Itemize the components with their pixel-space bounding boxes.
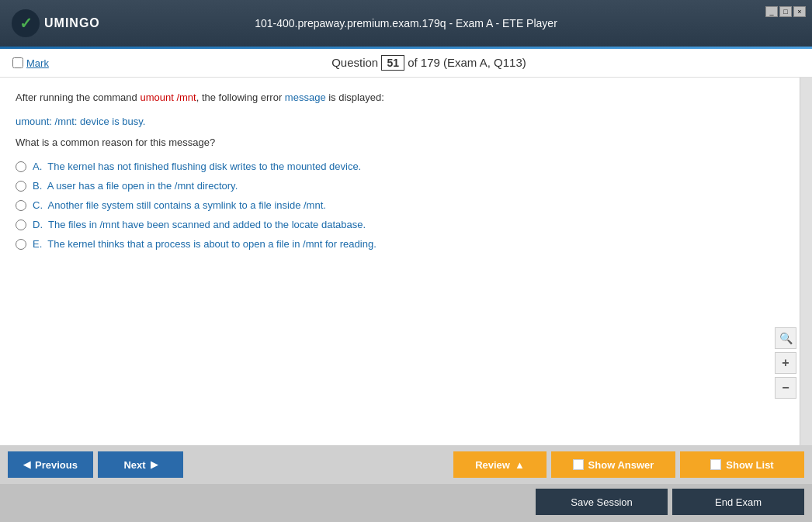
question-of-text: of 179 (Exam A, Q113) xyxy=(408,56,526,69)
show-list-label: Show List xyxy=(726,459,773,471)
q-text-part2: , the following error xyxy=(196,92,285,103)
question-header: Mark Question 51 of 179 (Exam A, Q113) xyxy=(0,49,812,78)
scroll-indicator[interactable] xyxy=(800,78,812,445)
option-a-radio[interactable] xyxy=(16,161,26,172)
bottom-action-bar: Save Session End Exam xyxy=(0,484,812,520)
question-prompt: What is a common reason for this message… xyxy=(16,137,784,148)
previous-arrow-icon: ◀ xyxy=(23,459,30,470)
mark-checkbox-area[interactable]: Mark xyxy=(12,57,49,69)
question-label: Question xyxy=(331,56,378,69)
option-c-radio[interactable] xyxy=(16,200,26,211)
q-text-part1: After running the command xyxy=(16,92,140,103)
next-button[interactable]: Next ▶ xyxy=(98,451,183,478)
save-session-button[interactable]: Save Session xyxy=(536,489,668,515)
options-list: A. The kernel has not finished flushing … xyxy=(16,161,784,250)
q-text-part3: message xyxy=(285,92,326,103)
option-d-label: D. The files in /mnt have been scanned a… xyxy=(33,219,366,230)
mark-label[interactable]: Mark xyxy=(26,57,49,69)
zoom-in-button[interactable]: + xyxy=(775,352,796,374)
show-answer-label: Show Answer xyxy=(588,459,654,471)
option-c[interactable]: C. Another file system still contains a … xyxy=(16,199,784,211)
option-e-radio[interactable] xyxy=(16,239,26,250)
show-list-checkbox-icon xyxy=(710,459,721,470)
window-controls[interactable]: _ □ × xyxy=(765,6,806,17)
logo-icon: ✓ xyxy=(12,9,40,37)
window-title: 101-400.prepaway.premium.exam.179q - Exa… xyxy=(255,17,557,29)
previous-label: Previous xyxy=(35,459,78,471)
question-number-area: Question 51 of 179 (Exam A, Q113) xyxy=(331,55,526,71)
minimize-button[interactable]: _ xyxy=(765,6,778,17)
option-e-label: E. The kernel thinks that a process is a… xyxy=(33,238,377,250)
option-a[interactable]: A. The kernel has not finished flushing … xyxy=(16,161,784,172)
option-b[interactable]: B. A user has a file open in the /mnt di… xyxy=(16,180,784,192)
show-list-button[interactable]: Show List xyxy=(680,451,804,478)
option-c-label: C. Another file system still contains a … xyxy=(33,199,326,211)
question-text: After running the command umount /mnt, t… xyxy=(16,90,784,106)
review-dropdown-icon: ▲ xyxy=(515,459,525,471)
option-e[interactable]: E. The kernel thinks that a process is a… xyxy=(16,238,784,250)
show-answer-button[interactable]: Show Answer xyxy=(551,451,675,478)
title-bar: ✓ UMINGO 101-400.prepaway.premium.exam.1… xyxy=(0,0,812,47)
logo-checkmark: ✓ xyxy=(19,14,33,33)
end-exam-button[interactable]: End Exam xyxy=(672,489,804,515)
review-button[interactable]: Review ▲ xyxy=(453,451,547,478)
search-tool-button[interactable]: 🔍 xyxy=(775,327,796,349)
logo-text: UMINGO xyxy=(44,16,100,30)
option-a-label: A. The kernel has not finished flushing … xyxy=(33,161,361,172)
option-b-label: B. A user has a file open in the /mnt di… xyxy=(33,180,238,192)
close-button[interactable]: × xyxy=(793,6,806,17)
maximize-button[interactable]: □ xyxy=(779,6,792,17)
option-d-radio[interactable] xyxy=(16,220,26,230)
option-d[interactable]: D. The files in /mnt have been scanned a… xyxy=(16,219,784,230)
end-exam-label: End Exam xyxy=(715,496,762,508)
previous-button[interactable]: ◀ Previous xyxy=(8,451,93,478)
next-arrow-icon: ▶ xyxy=(151,459,158,470)
q-command: umount /mnt xyxy=(140,92,196,103)
mark-checkbox[interactable] xyxy=(12,57,23,68)
side-tools: 🔍 + − xyxy=(775,327,796,399)
content-scroll: After running the command umount /mnt, t… xyxy=(0,78,800,445)
option-b-radio[interactable] xyxy=(16,181,26,192)
error-message: umount: /mnt: device is busy. xyxy=(16,116,784,127)
review-label: Review xyxy=(475,459,510,471)
bottom-navigation-bar: ◀ Previous Next ▶ Review ▲ Show Answer S… xyxy=(0,445,812,484)
zoom-out-button[interactable]: − xyxy=(775,377,796,399)
logo: ✓ UMINGO xyxy=(12,9,100,37)
next-label: Next xyxy=(123,459,145,471)
save-session-label: Save Session xyxy=(571,496,633,508)
question-number: 51 xyxy=(381,55,404,71)
q-text-part4: is displayed: xyxy=(326,92,384,103)
content-area: After running the command umount /mnt, t… xyxy=(0,78,812,445)
show-answer-checkbox-icon xyxy=(573,459,584,470)
